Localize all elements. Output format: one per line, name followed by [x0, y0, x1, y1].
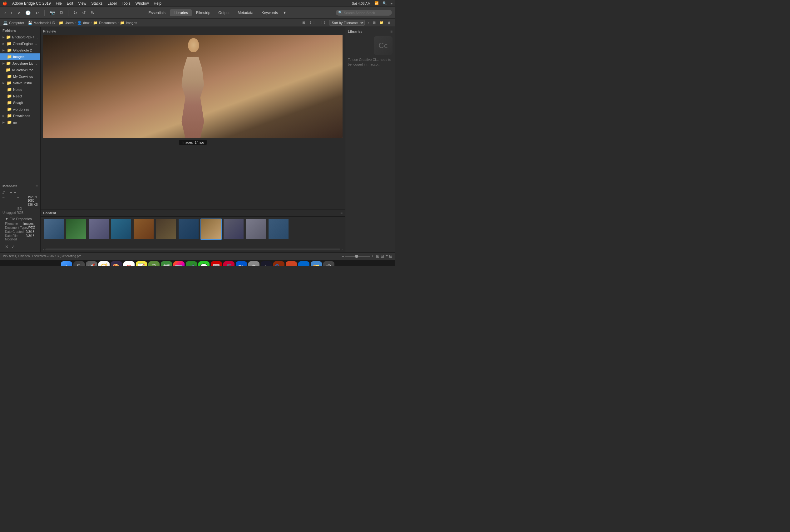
apple-menu[interactable]: 🍎 [2, 1, 7, 6]
menu-edit[interactable]: Edit [67, 1, 73, 6]
tab-filmstrip[interactable]: Filmstrip [192, 10, 214, 16]
bc-user[interactable]: 👤 dmx [77, 21, 90, 25]
camera-button[interactable]: 📷 [49, 10, 56, 16]
more-tabs-button[interactable]: ▾ [282, 10, 287, 16]
dock-notes[interactable]: 📝 [136, 261, 147, 266]
folder-item-downloads[interactable]: ▶ 📁 Downloads [0, 112, 40, 119]
tab-libraries[interactable]: Libraries [170, 10, 192, 16]
dock-finder[interactable]: 🗂 [61, 261, 72, 266]
folder-item-react[interactable]: 📁 React [0, 93, 40, 99]
small-grid-button[interactable]: ⊟ [381, 254, 384, 259]
stock-search-input[interactable] [344, 11, 389, 15]
dock-bridge[interactable]: Br [298, 261, 309, 266]
back-button[interactable]: ‹ [3, 10, 7, 16]
forward-button[interactable]: › [10, 10, 14, 16]
new-folder-button[interactable]: 📁 [378, 20, 385, 25]
dock-news[interactable]: 📰 [211, 261, 222, 266]
folder-item-joyoshare[interactable]: ▶ 📁 Joyoshare LivePhoto Co... [0, 60, 40, 66]
thumbnail-0[interactable] [43, 218, 64, 240]
menu-view[interactable]: View [78, 1, 86, 6]
folder-item-go[interactable]: ▶ 📁 go [0, 119, 40, 126]
bc-images[interactable]: 📁 Images [120, 21, 137, 25]
dock-trash[interactable]: 🗑 [323, 261, 334, 266]
dock-paw[interactable]: 🐾 [273, 261, 284, 266]
details-view-button[interactable]: ⊟ [389, 254, 393, 259]
thumbnail-5[interactable] [155, 218, 177, 240]
dock-messages[interactable]: 💬 [198, 261, 209, 266]
zoom-slider[interactable] [345, 256, 370, 257]
view-toggle-button[interactable]: ⊞ [372, 20, 377, 25]
dock-ubar[interactable]: U [261, 261, 272, 266]
sort-dir-button[interactable]: ↑ [366, 21, 370, 25]
dock-launchpad[interactable]: 🚀 [86, 261, 97, 266]
tab-metadata[interactable]: Metadata [234, 10, 257, 16]
tab-keywords[interactable]: Keywords [258, 10, 282, 16]
thumbnail-10[interactable] [268, 218, 289, 240]
folder-item-images[interactable]: 📁 Images [0, 53, 40, 60]
thumbnail-8[interactable] [223, 218, 244, 240]
menu-window[interactable]: Window [135, 1, 149, 6]
dock-folder[interactable]: 📁 [311, 261, 322, 266]
folder-item-ghostengine[interactable]: ▶ 📁 GhostEngine Data [0, 40, 40, 47]
folder-item-wordpress[interactable]: 📁 wordpress [0, 106, 40, 112]
menu-tools[interactable]: Tools [122, 1, 131, 6]
folder-item-enolsoft[interactable]: ▶ 📁 Enolsoft PDF to Word w... [0, 34, 40, 40]
libraries-menu-icon[interactable]: ≡ [390, 29, 393, 34]
sort-options-button[interactable]: ⋮⋮ [319, 20, 327, 25]
dock-character[interactable]: Ch [286, 261, 297, 266]
thumbnail-3[interactable] [111, 218, 132, 240]
filter-button[interactable]: ⋮⋮ [308, 20, 317, 25]
menu-label[interactable]: Label [108, 1, 116, 6]
folder-item-notes[interactable]: 📁 Notes [0, 86, 40, 93]
cancel-metadata-button[interactable]: ✕ [5, 244, 9, 249]
refresh-button[interactable]: ↻ [72, 10, 78, 16]
thumbnail-9[interactable] [245, 218, 267, 240]
dock-siri[interactable]: 🎙 [73, 261, 84, 266]
folder-item-snagit[interactable]: 📁 Snagit [0, 99, 40, 106]
thumbnail-2[interactable] [88, 218, 109, 240]
menu-file[interactable]: File [56, 1, 61, 6]
menu-app-name[interactable]: Adobe Bridge CC 2019 [12, 1, 51, 6]
zoom-out-button[interactable]: − [342, 254, 344, 259]
dropdown-button[interactable]: ∨ [16, 10, 21, 16]
dock-stickies[interactable]: 🗒 [148, 261, 159, 266]
folder-item-kcncrew[interactable]: 📁 KCNcrew Pack 10-15-18... [0, 66, 40, 73]
dock-safari[interactable]: 🧭 [98, 261, 110, 266]
file-props-header[interactable]: ▼ File Properties [5, 217, 35, 221]
dock-calendar[interactable]: 📅 [123, 261, 135, 266]
tab-output[interactable]: Output [214, 10, 233, 16]
thumbnail-6[interactable] [178, 218, 199, 240]
metadata-menu-icon[interactable]: ≡ [36, 184, 38, 188]
folder-item-mydrawings[interactable]: 📁 My Drawings [0, 73, 40, 80]
dock-music[interactable]: 🎵 [223, 261, 234, 266]
scroll-bar[interactable]: ‹ › [41, 247, 345, 252]
tab-essentials[interactable]: Essentials [145, 10, 169, 16]
redo-button[interactable]: ↻ [90, 10, 96, 16]
folder-item-ghostnote[interactable]: ▶ 📁 Ghostnote 2 [0, 47, 40, 53]
bc-computer[interactable]: 💻 Computer [3, 21, 24, 25]
content-menu-icon[interactable]: ≡ [340, 211, 342, 215]
dock-master[interactable]: 🎨 [111, 261, 122, 266]
bc-users[interactable]: 📁 Users [59, 21, 74, 25]
dock-facetime[interactable]: 📹 [186, 261, 197, 266]
sys-search-icon[interactable]: 🔍 [382, 1, 387, 5]
grid-view-button[interactable]: ⊞ [376, 254, 379, 259]
confirm-metadata-button[interactable]: ✓ [11, 244, 15, 249]
dock-prefs[interactable]: ⚙ [248, 261, 260, 266]
thumbnail-1[interactable] [65, 218, 87, 240]
bc-docs[interactable]: 📁 Documents [93, 21, 116, 25]
dock-appstore[interactable]: 🛍 [236, 261, 247, 266]
copy-button[interactable]: ⧉ [59, 10, 64, 16]
thumbnail-4[interactable] [133, 218, 154, 240]
history-button[interactable]: 🕐 [24, 10, 32, 16]
undo-button[interactable]: ↺ [81, 10, 87, 16]
sort-select[interactable]: Sort by Filename [329, 20, 365, 25]
dock-photos[interactable]: 📷 [173, 261, 185, 266]
folder-item-native[interactable]: ▶ 📁 Native Instruments [0, 80, 40, 86]
zoom-in-button[interactable]: + [371, 254, 374, 259]
list-view-button[interactable]: ≡ [385, 254, 388, 259]
return-button[interactable]: ↩ [34, 10, 41, 16]
view-options-button[interactable]: ⊞ [301, 20, 306, 25]
stock-search-box[interactable]: 🔍 [336, 10, 392, 16]
delete-button[interactable]: 🗑 [387, 21, 392, 25]
